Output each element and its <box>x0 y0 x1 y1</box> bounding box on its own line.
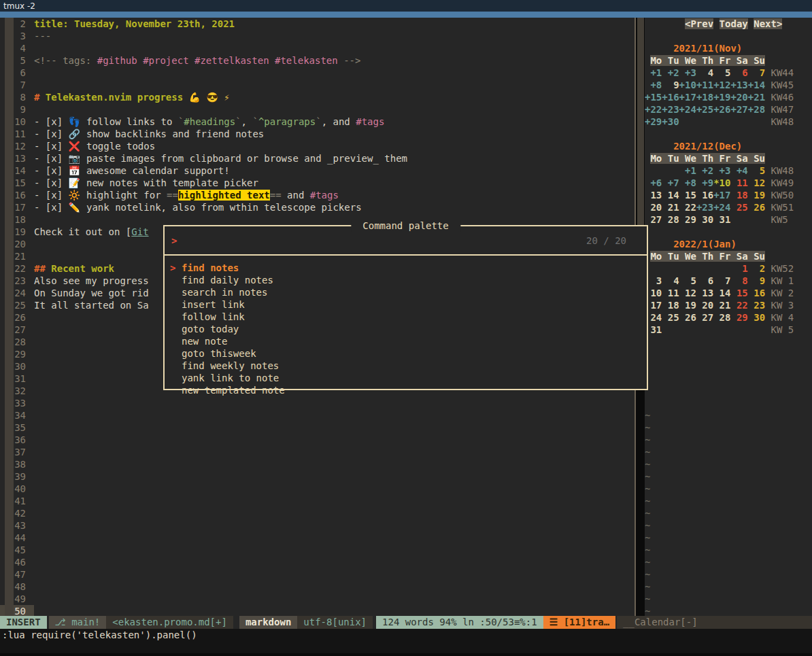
editor-line[interactable]: 11- [x] 🔗 show backlinks and friend note… <box>0 128 635 140</box>
calendar-day[interactable]: 18 <box>730 190 747 201</box>
editor-scrollbar[interactable] <box>5 18 14 616</box>
calendar-day[interactable]: 30 <box>696 214 713 225</box>
prev-month-button[interactable]: <Prev <box>685 18 713 29</box>
palette-item[interactable]: goto thisweek <box>165 347 647 360</box>
palette-item[interactable]: new note <box>165 335 647 347</box>
calendar-day[interactable]: +15 <box>645 92 662 103</box>
calendar-day[interactable]: 5 <box>679 275 696 286</box>
calendar-day[interactable]: +11 <box>696 80 713 90</box>
calendar-day[interactable]: 5 <box>748 165 765 176</box>
calendar-day[interactable]: 26 <box>679 312 696 323</box>
calendar-day[interactable]: 19 <box>679 300 696 311</box>
editor-line[interactable]: 41 <box>0 495 635 507</box>
calendar-day[interactable]: +9 <box>696 177 713 188</box>
calendar-day[interactable]: 30 <box>748 312 765 323</box>
calendar-day[interactable]: 9 <box>748 275 765 286</box>
calendar-day[interactable]: 1 <box>730 263 747 274</box>
calendar-day[interactable]: +17 <box>679 92 696 103</box>
calendar-day[interactable]: 7 <box>748 67 765 78</box>
calendar-day[interactable]: +7 <box>662 177 679 188</box>
today-button[interactable]: Today <box>720 18 748 29</box>
calendar-day[interactable]: +1 <box>679 165 696 176</box>
palette-input[interactable] <box>181 235 586 247</box>
calendar-day[interactable]: 21 <box>662 202 679 213</box>
editor-line[interactable]: 45 <box>0 544 635 556</box>
calendar-day[interactable]: 25 <box>730 202 747 213</box>
calendar-day[interactable]: +14 <box>748 80 765 90</box>
calendar-day[interactable]: +6 <box>645 177 662 188</box>
calendar-day[interactable]: +28 <box>748 104 765 115</box>
editor-line[interactable]: 49 <box>0 593 635 605</box>
calendar-day[interactable]: 27 <box>696 312 713 323</box>
editor-line[interactable]: 38 <box>0 458 635 470</box>
editor-line[interactable]: 4 <box>0 42 635 54</box>
calendar-day[interactable]: 4 <box>696 67 713 78</box>
editor-line[interactable]: 48 <box>0 581 635 593</box>
palette-item[interactable]: find weekly notes <box>165 360 647 372</box>
calendar-day[interactable]: 14 <box>662 190 679 201</box>
calendar-day[interactable]: 31 <box>713 214 730 225</box>
editor-line[interactable]: 7 <box>0 79 635 91</box>
calendar-day[interactable]: 12 <box>679 288 696 298</box>
calendar-day[interactable]: +24 <box>713 202 730 213</box>
calendar-day[interactable]: 12 <box>748 177 765 188</box>
calendar-day[interactable]: +2 <box>696 165 713 176</box>
calendar-day[interactable]: 20 <box>696 300 713 311</box>
calendar-day[interactable]: 8 <box>730 275 747 286</box>
editor-line[interactable]: 37 <box>0 446 635 458</box>
editor-line[interactable]: 42 <box>0 507 635 519</box>
palette-item[interactable]: follow link <box>165 311 647 323</box>
calendar-day[interactable]: 23 <box>748 300 765 311</box>
editor-line[interactable]: 17- [x] ✏️ yank notelink, also from wthi… <box>0 201 635 213</box>
editor-line[interactable]: 14- [x] 📅 awesome calendar support! <box>0 165 635 177</box>
editor-line[interactable]: 36 <box>0 434 635 446</box>
calendar-day[interactable]: 11 <box>730 177 747 188</box>
editor-line[interactable]: 16- [x] 🔆 highlight for ==highlighted te… <box>0 189 635 201</box>
calendar-day[interactable]: 27 <box>645 214 662 225</box>
editor-line[interactable]: 39 <box>0 470 635 483</box>
calendar-day[interactable]: 2 <box>748 263 765 274</box>
calendar-day[interactable]: +23 <box>696 202 713 213</box>
calendar-day[interactable]: +2 <box>662 67 679 78</box>
calendar-day[interactable]: +21 <box>748 92 765 103</box>
calendar-day[interactable]: 4 <box>662 275 679 286</box>
calendar-day[interactable]: 6 <box>696 275 713 286</box>
editor-line[interactable]: 18 <box>0 213 635 226</box>
calendar-day[interactable]: 11 <box>662 288 679 298</box>
calendar-day[interactable]: +4 <box>730 165 747 176</box>
editor-line[interactable]: 9 <box>0 103 635 116</box>
editor-line[interactable]: 10- [x] 👣 follow links to `#headings`, `… <box>0 116 635 128</box>
editor-line[interactable]: 43 <box>0 519 635 532</box>
editor-line[interactable]: 40 <box>0 483 635 495</box>
calendar-day[interactable]: 15 <box>679 190 696 201</box>
calendar-day[interactable]: +20 <box>730 92 747 103</box>
calendar-day[interactable]: 19 <box>748 190 765 201</box>
command-line[interactable]: :lua require('telekasten').panel() <box>0 629 812 641</box>
calendar-day[interactable]: 22 <box>730 300 747 311</box>
calendar-pane[interactable]: <Prev Today Next> 2021/11(Nov) Mo Tu We … <box>645 18 812 616</box>
calendar-scrollbar[interactable] <box>637 18 644 226</box>
editor-line[interactable]: 3--- <box>0 30 635 42</box>
calendar-day[interactable]: 13 <box>696 288 713 298</box>
calendar-day[interactable]: +24 <box>679 104 696 115</box>
calendar-day[interactable]: 9 <box>662 80 679 90</box>
editor-line[interactable]: 35 <box>0 421 635 434</box>
calendar-day[interactable]: +26 <box>713 104 730 115</box>
calendar-day[interactable]: +29 <box>645 116 662 127</box>
palette-item[interactable]: insert link <box>165 298 647 311</box>
calendar-day[interactable]: +19 <box>713 92 730 103</box>
calendar-day[interactable]: +17 <box>713 190 730 201</box>
calendar-day[interactable]: 15 <box>730 288 747 298</box>
editor-line[interactable]: 5<!-- tags: #github #project #zettelkast… <box>0 54 635 67</box>
editor-line[interactable]: 46 <box>0 556 635 568</box>
editor-line[interactable]: 13- [x] 📷 paste images from clipboard or… <box>0 152 635 165</box>
calendar-day[interactable]: +10 <box>679 80 696 90</box>
editor-line[interactable]: 34 <box>0 409 635 421</box>
calendar-day[interactable]: 7 <box>713 275 730 286</box>
calendar-day[interactable]: 20 <box>645 202 662 213</box>
editor-line[interactable]: 50 <box>0 605 635 616</box>
calendar-day[interactable]: 26 <box>748 202 765 213</box>
calendar-day[interactable]: 16 <box>696 190 713 201</box>
palette-item[interactable]: search in notes <box>165 286 647 298</box>
calendar-day[interactable]: 21 <box>713 300 730 311</box>
